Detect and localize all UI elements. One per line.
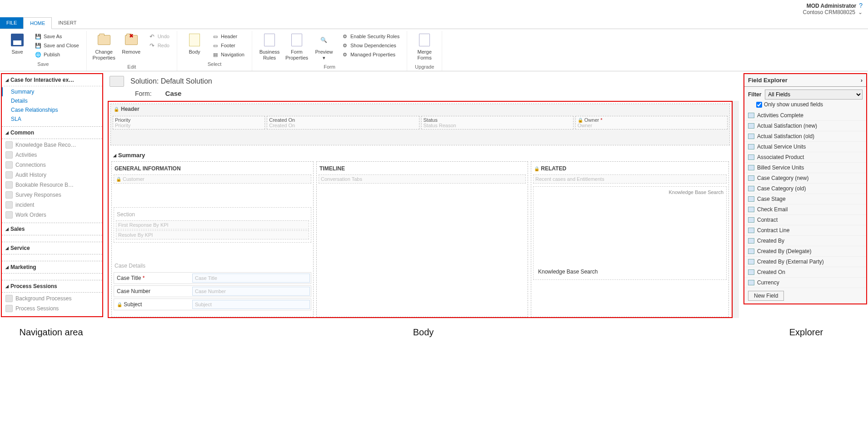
field-item[interactable]: Billed Service Units xyxy=(744,163,866,173)
nav-main-header[interactable]: ◢Case for Interactive ex… xyxy=(2,74,102,86)
navigation-button[interactable]: ▤Navigation xyxy=(210,50,246,59)
merge-forms-button[interactable]: Merge Forms xyxy=(411,31,438,63)
nav-common-workorders[interactable]: Work Orders xyxy=(2,210,102,220)
redo-button[interactable]: ↷Redo xyxy=(147,41,171,50)
nav-common-kb[interactable]: Knowledge Base Reco… xyxy=(2,140,102,150)
save-close-button[interactable]: 💾Save and Close xyxy=(33,41,81,50)
nav-common-activities[interactable]: Activities xyxy=(2,150,102,160)
section-related[interactable]: 🔒 RELATED Recent cases and Entitlements … xyxy=(531,161,729,317)
field-item[interactable]: Created By xyxy=(744,236,866,246)
field-item[interactable]: Contract Line xyxy=(744,225,866,236)
field-item[interactable]: Associated Product xyxy=(744,152,866,163)
nav-sales-header[interactable]: ◢Sales xyxy=(2,223,102,235)
incident-icon xyxy=(5,201,13,209)
vertical-scrollbar[interactable] xyxy=(733,101,739,318)
field-item[interactable]: Created On xyxy=(744,267,866,278)
field-item[interactable]: Actual Satisfaction (new) xyxy=(744,121,866,131)
kb-search-control[interactable]: Knowledge Base Search Knowledge Base Sea… xyxy=(533,186,727,280)
section-kpi[interactable]: Section First Response By KPI Resolve By… xyxy=(114,207,311,243)
lock-icon: 🔒 xyxy=(116,177,121,182)
annotation-explorer: Explorer xyxy=(744,327,868,338)
field-subject[interactable]: 🔒 Subject Subject xyxy=(114,299,311,310)
managed-properties-button[interactable]: ⚙Managed Properties xyxy=(339,50,401,59)
tab-file[interactable]: FILE xyxy=(0,17,23,29)
save-button[interactable]: Save xyxy=(4,31,31,57)
header-field-created-on[interactable]: Created On Created On xyxy=(267,116,419,129)
field-item[interactable]: Created By (External Party) xyxy=(744,257,866,267)
preview-button[interactable]: 🔍 Preview▾ xyxy=(310,31,338,63)
nav-common-bookable[interactable]: Bookable Resource B… xyxy=(2,180,102,190)
field-item[interactable]: Case Stage xyxy=(744,194,866,204)
footer-button[interactable]: ▭Footer xyxy=(210,41,246,50)
field-icon xyxy=(748,175,754,181)
field-conversation-tabs[interactable]: Conversation Tabs xyxy=(319,174,526,184)
field-case-title[interactable]: Case Title * Case Title xyxy=(114,272,311,284)
activities-icon xyxy=(5,151,13,159)
help-icon[interactable]: ? xyxy=(859,2,863,9)
field-item[interactable]: Case Category (new) xyxy=(744,173,866,184)
expand-icon[interactable]: › xyxy=(861,77,863,84)
change-properties-button[interactable]: Change Properties xyxy=(90,31,118,63)
nav-item-details[interactable]: Details xyxy=(2,96,102,105)
filter-select[interactable]: All Fields xyxy=(765,90,863,100)
nav-item-case-relationships[interactable]: Case Relationships xyxy=(2,105,102,114)
field-customer[interactable]: 🔒 Customer xyxy=(114,174,311,184)
nav-marketing-header[interactable]: ◢Marketing xyxy=(2,261,102,274)
enable-security-roles-button[interactable]: ⚙Enable Security Roles xyxy=(339,32,401,41)
header-field-status[interactable]: Status Status Reason xyxy=(421,116,574,129)
section-general[interactable]: GENERAL INFORMATION 🔒 Customer Section F… xyxy=(111,161,314,317)
header-field-owner[interactable]: 🔒 Owner * Owner xyxy=(575,116,728,129)
field-item[interactable]: Currency xyxy=(744,278,866,288)
header-button[interactable]: ▭Header xyxy=(210,32,246,41)
header-field-priority[interactable]: Priority Priority xyxy=(113,116,265,129)
new-field-button[interactable]: New Field xyxy=(748,291,784,301)
tab-row: FILE HOME INSERT xyxy=(0,17,868,29)
remove-button[interactable]: Remove xyxy=(118,31,145,57)
ribbon-group-upgrade: Merge Forms Upgrade xyxy=(407,31,442,71)
business-rules-button[interactable]: Business Rules xyxy=(256,31,283,63)
nav-ps-background[interactable]: Background Processes xyxy=(2,294,102,304)
collapse-icon[interactable]: ⌄ xyxy=(858,9,863,15)
field-item[interactable]: Check Email xyxy=(744,204,866,215)
field-list: Activities Complete Actual Satisfaction … xyxy=(744,110,866,288)
unused-fields-checkbox[interactable] xyxy=(756,102,762,108)
nav-ps-sessions[interactable]: Process Sessions xyxy=(2,304,102,314)
field-case-number[interactable]: Case Number Case Number xyxy=(114,285,311,297)
section-timeline[interactable]: TIMELINE Conversation Tabs xyxy=(316,161,528,317)
nav-common-header[interactable]: ◢Common xyxy=(2,126,102,139)
save-as-button[interactable]: 💾Save As xyxy=(33,32,81,41)
field-recent-cases[interactable]: Recent cases and Entitlements xyxy=(533,174,727,184)
field-icon xyxy=(748,134,754,139)
tab-summary[interactable]: ◢Summary xyxy=(109,147,732,161)
form-body[interactable]: 🔒Header Priority Priority Created On Cre… xyxy=(108,101,733,318)
tab-home[interactable]: HOME xyxy=(23,17,52,29)
business-rules-icon xyxy=(264,34,275,46)
field-item[interactable]: Created By (Delegate) xyxy=(744,246,866,257)
nav-process-sessions-header[interactable]: ◢Process Sessions xyxy=(2,280,102,293)
publish-button[interactable]: 🌐Publish xyxy=(33,50,81,59)
show-dependencies-button[interactable]: ⚙Show Dependencies xyxy=(339,41,401,50)
section-case-details[interactable]: Case Details Case Title * Case Title Cas… xyxy=(114,261,311,310)
group-label-form: Form xyxy=(324,63,335,71)
nav-common-audit[interactable]: Audit History xyxy=(2,170,102,180)
field-first-response-kpi[interactable]: First Response By KPI xyxy=(116,220,309,229)
form-header-section[interactable]: 🔒Header Priority Priority Created On Cre… xyxy=(110,104,730,145)
body-button[interactable]: Body xyxy=(181,31,208,57)
field-item[interactable]: Contract xyxy=(744,215,866,225)
field-item[interactable]: Actual Service Units xyxy=(744,142,866,152)
nav-common-connections[interactable]: Connections xyxy=(2,160,102,170)
field-item[interactable]: Activities Complete xyxy=(744,110,866,121)
nav-common-survey[interactable]: Survey Responses xyxy=(2,190,102,200)
nav-item-summary[interactable]: Summary xyxy=(2,87,102,96)
nav-service-header[interactable]: ◢Service xyxy=(2,242,102,254)
undo-button[interactable]: ↶Undo xyxy=(147,32,171,41)
form-properties-button[interactable]: Form Properties xyxy=(283,31,310,63)
field-icon xyxy=(748,249,754,254)
field-item[interactable]: Actual Satisfaction (old) xyxy=(744,131,866,142)
tab-insert[interactable]: INSERT xyxy=(52,17,83,29)
connections-icon xyxy=(5,161,13,169)
nav-item-sla[interactable]: SLA xyxy=(2,114,102,124)
field-resolve-kpi[interactable]: Resolve By KPI xyxy=(116,230,309,239)
nav-common-incident[interactable]: incident xyxy=(2,200,102,210)
field-item[interactable]: Case Category (old) xyxy=(744,184,866,194)
